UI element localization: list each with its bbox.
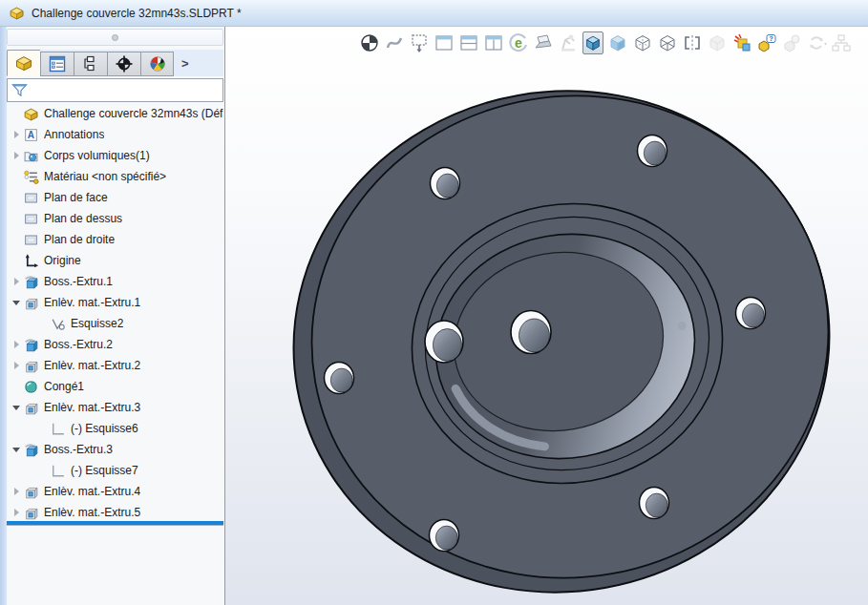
dimxpert-icon xyxy=(115,54,134,73)
bolt-hole[interactable] xyxy=(640,488,669,519)
tree-item-cut-extrude5[interactable]: Enlèv. mat.-Extru.5 xyxy=(7,502,223,521)
tree-item-front-plane[interactable]: Plan de face xyxy=(7,187,223,208)
tree-item-cut-extrude4[interactable]: Enlèv. mat.-Extru.4 xyxy=(7,481,223,502)
window-edge xyxy=(0,27,7,605)
graphics-viewport[interactable]: e xyxy=(225,27,868,605)
tree-item-right-plane[interactable]: Plan de droite xyxy=(7,229,223,250)
titlebar: Challenge couvercle 32mn43s.SLDPRT * xyxy=(0,0,868,27)
tree-item-solid-bodies[interactable]: Corps volumiques(1) xyxy=(7,145,223,166)
mirror-section-view-icon[interactable] xyxy=(682,31,703,54)
bolt-hole[interactable] xyxy=(325,363,354,394)
edit-appearance-icon[interactable] xyxy=(731,31,752,54)
hidden-lines-visible-icon[interactable] xyxy=(632,31,653,54)
section-extrude-icon[interactable] xyxy=(409,31,430,54)
boss-extrude-icon xyxy=(23,337,39,353)
flange-cover-model[interactable] xyxy=(225,27,868,605)
plane-icon xyxy=(23,211,39,227)
cut-extrude-icon xyxy=(23,505,39,521)
tree-item-sketch6[interactable]: (-) Esquisse6 xyxy=(7,418,223,439)
panel-splitter[interactable] xyxy=(7,29,223,46)
material-icon xyxy=(23,169,39,185)
solidworks-window: Challenge couvercle 32mn43s.SLDPRT * > xyxy=(0,0,868,605)
cut-extrude-icon xyxy=(23,295,39,311)
tree-item-top-plane[interactable]: Plan de dessus xyxy=(7,208,223,229)
bolt-hole[interactable] xyxy=(430,520,459,552)
tree-item-boss-extrude1[interactable]: Boss.-Extru.1 xyxy=(7,271,223,292)
tree-item-part-root[interactable]: Challenge couvercle 32mn43s (Défaut xyxy=(7,103,223,124)
update-view-icon[interactable] xyxy=(806,31,827,54)
wireframe-icon[interactable] xyxy=(657,31,678,54)
tab-property-manager[interactable] xyxy=(40,52,74,76)
tree-item-material[interactable]: Matériau <non spécifié> xyxy=(7,166,223,187)
tab-features-manager[interactable] xyxy=(7,50,40,76)
feature-tree: Challenge couvercle 32mn43s (Défaut Anno… xyxy=(7,103,223,521)
tree-item-annotations[interactable]: Annotations xyxy=(7,124,223,145)
property-manager-icon xyxy=(48,54,67,73)
features-tree-icon xyxy=(14,53,33,73)
shaded-icon[interactable] xyxy=(607,31,628,54)
sketch-corner-icon xyxy=(50,463,66,479)
chevron-down-icon[interactable] xyxy=(10,406,23,410)
tree-item-boss-extrude2[interactable]: Boss.-Extru.2 xyxy=(7,334,223,355)
bolt-hole[interactable] xyxy=(638,136,667,167)
chevron-right-icon[interactable] xyxy=(10,509,23,516)
apply-scene-icon[interactable] xyxy=(781,31,802,54)
rollback-bar[interactable] xyxy=(7,521,223,525)
tree-filter-input[interactable] xyxy=(29,81,222,100)
tree-item-boss-extrude3[interactable]: Boss.-Extru.3 xyxy=(7,439,223,460)
boss-extrude-icon xyxy=(23,442,39,458)
center-hole[interactable] xyxy=(425,321,463,363)
tree-item-cut-extrude3[interactable]: Enlèv. mat.-Extru.3 xyxy=(7,397,223,418)
realview-icon[interactable] xyxy=(707,31,728,54)
cut-extrude-icon xyxy=(23,400,39,416)
zoom-to-fit-icon[interactable] xyxy=(359,31,380,54)
3d-drawing-view-icon[interactable] xyxy=(384,31,405,54)
tree-item-origin[interactable]: Origine xyxy=(7,250,223,271)
chevron-down-icon[interactable] xyxy=(10,301,23,305)
filter-funnel-icon xyxy=(11,81,29,99)
svg-text:e: e xyxy=(515,35,522,51)
tab-dimxpert-manager[interactable] xyxy=(107,52,140,76)
manager-tabs: > xyxy=(7,50,223,76)
viewport-two-horizontal-icon[interactable] xyxy=(458,31,479,54)
tree-item-cut-extrude2[interactable]: Enlèv. mat.-Extru.2 xyxy=(7,355,223,376)
bolt-hole[interactable] xyxy=(736,298,766,329)
bodies-folder-icon xyxy=(23,148,39,164)
panel-empty-area xyxy=(7,527,223,605)
tab-display-manager[interactable] xyxy=(140,52,174,76)
feature-manager-panel: > Challenge couvercle 32mn43s (Défaut An… xyxy=(0,27,225,605)
part-info-icon[interactable]: ? xyxy=(756,31,777,54)
chevron-right-icon[interactable] xyxy=(10,152,23,159)
chevron-down-icon[interactable] xyxy=(10,448,23,452)
tree-item-cut-extrude1[interactable]: Enlèv. mat.-Extru.1 xyxy=(7,292,223,313)
annotations-icon xyxy=(23,127,39,143)
tree-item-fillet1[interactable]: Congé1 xyxy=(7,376,223,397)
sketch-corner-icon xyxy=(50,421,66,437)
assembly-tools-icon[interactable] xyxy=(558,31,579,54)
tabs-overflow-chevron[interactable]: > xyxy=(181,56,189,71)
configuration-manager-icon xyxy=(81,54,100,73)
view-toolbar: e xyxy=(359,31,852,54)
tree-item-sketch2[interactable]: Esquisse2 xyxy=(7,313,223,334)
part-document-icon xyxy=(9,5,25,21)
feature-hierarchy-icon[interactable] xyxy=(831,31,852,54)
chevron-right-icon[interactable] xyxy=(10,131,23,138)
viewport-two-vertical-icon[interactable] xyxy=(483,31,504,54)
tab-configuration-manager[interactable] xyxy=(74,52,107,76)
chevron-right-icon[interactable] xyxy=(10,362,23,369)
cut-extrude-icon xyxy=(23,358,39,374)
chevron-right-icon[interactable] xyxy=(10,488,23,495)
viewport-single-icon[interactable] xyxy=(434,31,455,54)
splitter-grip-icon xyxy=(112,34,118,41)
bolt-hole[interactable] xyxy=(431,168,460,199)
chevron-right-icon[interactable] xyxy=(10,278,23,285)
edrawings-icon[interactable]: e xyxy=(508,31,529,54)
chevron-right-icon[interactable] xyxy=(10,341,23,348)
center-hole[interactable] xyxy=(511,311,551,354)
svg-text:?: ? xyxy=(769,34,773,43)
shaded-with-edges-icon[interactable] xyxy=(582,31,603,54)
large-design-review-icon[interactable] xyxy=(533,31,554,54)
tree-item-sketch7[interactable]: (-) Esquisse7 xyxy=(7,460,223,481)
tree-filter xyxy=(7,78,223,102)
plane-icon xyxy=(23,190,39,206)
